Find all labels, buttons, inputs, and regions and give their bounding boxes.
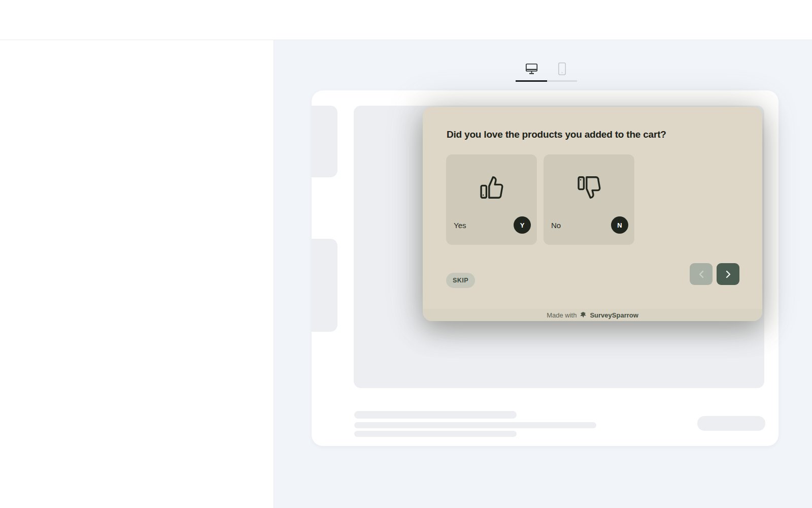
chevron-left-icon [698,270,704,278]
thumbs-up-icon [478,174,505,201]
survey-question: Did you love the products you added to t… [447,129,746,140]
survey-option-no[interactable]: No N [544,154,634,245]
skeleton-text-bar [354,431,517,437]
branding-brand: SurveySparrow [590,311,638,319]
skeleton-block [312,106,337,177]
option-label: No [551,221,561,230]
option-label: Yes [454,221,466,230]
device-toggle-mobile[interactable] [547,57,577,82]
previous-question-button[interactable] [690,263,713,285]
sparrow-logo-icon [580,311,587,319]
mobile-phone-icon [558,62,566,76]
desktop-monitor-icon [525,63,538,75]
option-shortcut-badge: Y [514,216,531,234]
skeleton-block [312,239,337,332]
survey-preview-card: Did you love the products you added to t… [423,107,762,321]
skeleton-text-bar [354,411,517,419]
branding-footer[interactable]: Made with SurveySparrow [423,309,762,321]
next-question-button[interactable] [717,263,739,285]
device-toggle-desktop[interactable] [516,57,547,82]
chevron-right-icon [725,270,731,278]
app-header [0,0,812,40]
appearance-sidebar [0,40,274,508]
survey-option-yes[interactable]: Yes Y [446,154,537,245]
option-shortcut-badge: N [611,216,628,234]
thumbs-down-icon [576,174,603,201]
skip-button[interactable]: SKIP [446,273,475,288]
skeleton-text-bar [697,416,765,431]
branding-prefix: Made with [547,311,577,319]
skeleton-text-bar [354,422,596,428]
